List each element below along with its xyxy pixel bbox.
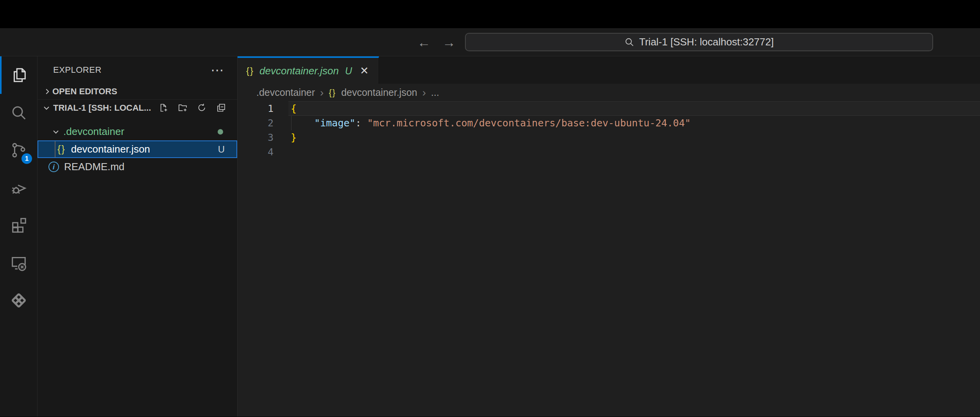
git-untracked-dot — [218, 129, 223, 135]
views-more-actions-icon[interactable]: ⋯ — [211, 66, 224, 74]
indent-token — [291, 117, 314, 129]
chevron-down-icon — [51, 127, 61, 137]
extensions-icon[interactable] — [0, 207, 37, 244]
containers-extension-icon[interactable] — [0, 282, 37, 319]
chevron-right-icon: › — [422, 86, 426, 99]
tree-indent-guide — [55, 141, 55, 157]
code-line-4: 4 — [238, 145, 980, 159]
json-file-icon: {} — [246, 65, 254, 76]
source-control-badge: 1 — [21, 153, 32, 164]
breadcrumb: .devcontainer › {} devcontainer.json › .… — [238, 84, 980, 101]
file-label: README.md — [64, 161, 125, 173]
code-line-2: 2 "image": "mcr.microsoft.com/devcontain… — [238, 116, 980, 130]
json-file-icon: {} — [329, 88, 336, 98]
line-number: 1 — [238, 103, 274, 114]
refresh-icon[interactable] — [197, 102, 207, 113]
readme-file-icon: i — [48, 162, 59, 172]
screen-top-band — [0, 0, 980, 28]
source-control-icon[interactable]: 1 — [0, 131, 37, 169]
history-back-icon[interactable]: ← — [417, 36, 431, 49]
explorer-sidebar: EXPLORER ⋯ OPEN EDITORS TRIAL-1 [SSH: LO… — [38, 56, 238, 417]
breadcrumb-folder[interactable]: .devcontainer — [256, 87, 315, 98]
line-number: 4 — [238, 146, 274, 158]
chevron-right-icon: › — [320, 86, 324, 99]
json-key-token: "image" — [314, 117, 355, 129]
activity-bar: 1 — [0, 56, 38, 417]
file-tree: .devcontainer {} devcontainer.json U i R… — [38, 123, 237, 176]
history-forward-icon[interactable]: → — [442, 36, 456, 49]
file-label: devcontainer.json — [71, 143, 150, 155]
code-line-3: 3 } — [238, 130, 980, 145]
tree-item-devcontainer-json[interactable]: {} devcontainer.json U — [38, 140, 237, 158]
close-brace-token: } — [291, 132, 297, 143]
window-title: Trial-1 [SSH: localhost:32772] — [639, 36, 774, 48]
remote-explorer-icon[interactable] — [0, 244, 37, 282]
tree-item-readme[interactable]: i README.md — [38, 158, 237, 176]
open-editors-label: OPEN EDITORS — [52, 86, 117, 97]
explorer-icon[interactable] — [0, 56, 37, 94]
tab-devcontainer-json[interactable]: {} devcontainer.json U ✕ — [238, 56, 379, 84]
git-untracked-badge: U — [218, 144, 225, 155]
tab-label: devcontainer.json — [259, 65, 339, 77]
folder-label: .devcontainer — [63, 126, 124, 138]
json-file-icon: {} — [57, 144, 66, 155]
chevron-down-icon — [41, 103, 52, 113]
title-bar: ← → Trial-1 [SSH: localhost:32772] — [0, 28, 980, 56]
colon-token: : — [356, 117, 367, 129]
current-line-highlight — [288, 101, 980, 116]
line-number: 2 — [238, 117, 274, 129]
new-file-icon[interactable] — [158, 102, 169, 113]
tab-untracked-badge: U — [345, 65, 352, 77]
breadcrumb-symbol[interactable]: ... — [431, 87, 439, 98]
editor-group: {} devcontainer.json U ✕ .devcontainer ›… — [238, 56, 980, 417]
tree-item-devcontainer-folder[interactable]: .devcontainer — [38, 123, 237, 140]
search-icon — [624, 37, 635, 47]
json-value-token: "mcr.microsoft.com/devcontainers/base:de… — [367, 117, 691, 129]
open-editors-section[interactable]: OPEN EDITORS — [38, 84, 237, 99]
indent-guide — [291, 116, 291, 130]
new-folder-icon[interactable] — [177, 102, 188, 113]
sidebar-title: EXPLORER — [53, 65, 102, 75]
tab-bar: {} devcontainer.json U ✕ — [238, 56, 980, 84]
code-editor[interactable]: 1 { 2 "image": "mcr.microsoft.com/devcon… — [238, 101, 980, 417]
chevron-right-icon — [42, 86, 52, 97]
code-line-1: 1 { — [238, 101, 980, 116]
vscode-window: ← → Trial-1 [SSH: localhost:32772] 1 — [0, 0, 980, 417]
collapse-all-icon[interactable] — [216, 102, 226, 113]
workspace-section[interactable]: TRIAL-1 [SSH: LOCAL... — [38, 99, 237, 116]
open-brace-token: { — [291, 103, 297, 114]
tab-close-icon[interactable]: ✕ — [360, 65, 369, 77]
command-center[interactable]: Trial-1 [SSH: localhost:32772] — [465, 33, 933, 51]
workspace-label: TRIAL-1 [SSH: LOCAL... — [53, 103, 151, 113]
line-number: 3 — [238, 132, 274, 143]
breadcrumb-file[interactable]: devcontainer.json — [341, 87, 417, 98]
run-debug-icon[interactable] — [0, 169, 37, 207]
search-view-icon[interactable] — [0, 94, 37, 131]
